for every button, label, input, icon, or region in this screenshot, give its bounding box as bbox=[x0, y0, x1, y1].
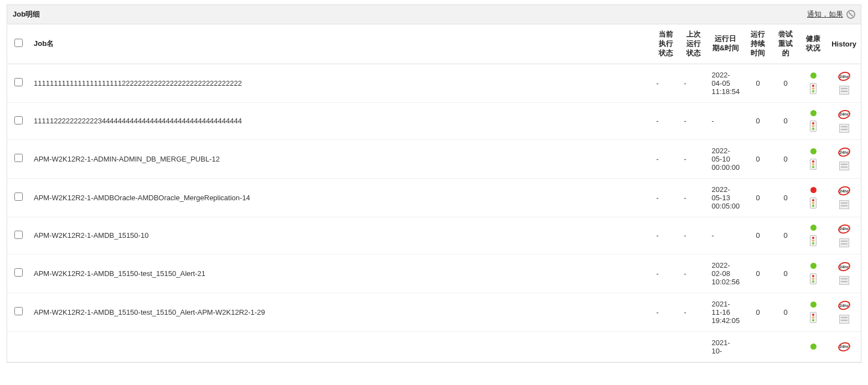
current-status-cell: - bbox=[652, 64, 680, 102]
last-status-cell: - bbox=[680, 64, 707, 102]
run-datetime-cell: 2022-02-08 10:02:56 bbox=[707, 254, 745, 293]
status-dot-green-icon[interactable] bbox=[810, 225, 817, 231]
history-cell: 24hr bbox=[827, 331, 861, 362]
table-body: 1111111111111111111111222222222222222222… bbox=[7, 64, 861, 362]
job-name-cell[interactable]: APM-W2K12R2-1-AMDB_15150-test_15150_Aler… bbox=[29, 254, 652, 293]
run-datetime-cell: 2021-11-16 19:42:05 bbox=[707, 293, 745, 331]
retries-cell: 0 bbox=[772, 64, 799, 102]
status-dot-green-icon[interactable] bbox=[810, 263, 817, 269]
badge-24hr-icon[interactable]: 24hr bbox=[838, 224, 850, 234]
status-dot-green-icon[interactable] bbox=[810, 110, 817, 116]
row-checkbox[interactable] bbox=[14, 116, 23, 124]
job-name-cell[interactable]: APM-W2K12R2-1-AMDB_15150-test_15150_Aler… bbox=[29, 293, 652, 331]
traffic-light-icon[interactable] bbox=[810, 197, 817, 209]
panel-title: Job明细 bbox=[13, 9, 40, 19]
status-dot-green-icon[interactable] bbox=[810, 344, 817, 350]
badge-24hr-icon[interactable]: 24hr bbox=[838, 342, 850, 352]
last-status-cell: - bbox=[680, 139, 707, 178]
badge-24hr-icon[interactable]: 24hr bbox=[838, 186, 850, 196]
traffic-light-icon[interactable] bbox=[810, 121, 817, 132]
current-status-cell: - bbox=[652, 178, 680, 217]
badge-24hr-icon[interactable]: 24hr bbox=[838, 262, 850, 272]
job-name-cell[interactable]: 1111111111111111111111222222222222222222… bbox=[29, 64, 652, 102]
row-checkbox[interactable] bbox=[14, 307, 23, 315]
col-history[interactable]: History bbox=[827, 24, 861, 64]
job-name-cell[interactable] bbox=[29, 331, 652, 362]
health-cell bbox=[799, 217, 827, 254]
job-name-cell[interactable]: APM-W2K12R2-1-AMDB_15150-10 bbox=[29, 217, 652, 254]
status-dot-red-icon[interactable] bbox=[810, 187, 817, 193]
duration-cell: 0 bbox=[744, 139, 772, 178]
current-status-cell: - bbox=[652, 139, 680, 178]
duration-cell: 0 bbox=[744, 293, 772, 331]
health-cell bbox=[799, 102, 827, 139]
col-health[interactable]: 健康状况 bbox=[799, 24, 827, 64]
status-dot-green-icon[interactable] bbox=[810, 148, 817, 154]
col-duration[interactable]: 运行持续时间 bbox=[744, 24, 772, 64]
row-checkbox[interactable] bbox=[14, 192, 23, 201]
status-dot-green-icon[interactable] bbox=[810, 301, 817, 308]
history-log-icon[interactable] bbox=[839, 124, 849, 133]
history-cell: 24hr bbox=[827, 139, 861, 178]
row-checkbox[interactable] bbox=[14, 154, 23, 162]
badge-24hr-icon[interactable]: 24hr bbox=[838, 71, 850, 81]
retries-cell: 0 bbox=[772, 293, 799, 331]
traffic-light-icon[interactable] bbox=[810, 312, 817, 323]
col-retries[interactable]: 尝试重试的 bbox=[772, 24, 799, 64]
table-row: APM-W2K12R2-1-AMDBOracle-AMDBOracle_Merg… bbox=[7, 178, 861, 217]
history-log-icon[interactable] bbox=[839, 200, 849, 209]
table-row: 1111122222222222344444444444444444444444… bbox=[7, 102, 861, 139]
row-checkbox[interactable] bbox=[14, 231, 23, 239]
row-checkbox[interactable] bbox=[14, 78, 23, 86]
health-cell bbox=[799, 331, 827, 362]
retries-cell: 0 bbox=[772, 254, 799, 293]
badge-24hr-icon[interactable]: 24hr bbox=[838, 110, 850, 119]
row-checkbox-cell bbox=[7, 331, 29, 362]
history-log-icon[interactable] bbox=[839, 315, 849, 324]
traffic-light-icon[interactable] bbox=[810, 83, 817, 94]
badge-24hr-icon[interactable]: 24hr bbox=[838, 300, 850, 310]
history-log-icon[interactable] bbox=[839, 238, 849, 247]
row-checkbox-cell bbox=[7, 64, 29, 102]
row-checkbox-cell bbox=[7, 178, 29, 217]
retries-cell: 0 bbox=[772, 139, 799, 178]
col-current-status[interactable]: 当前执行状态 bbox=[652, 24, 680, 64]
duration-cell: 0 bbox=[744, 64, 772, 102]
duration-cell bbox=[744, 331, 772, 362]
history-cell: 24hr bbox=[827, 102, 861, 139]
history-log-icon[interactable] bbox=[839, 162, 849, 170]
last-status-cell: - bbox=[680, 178, 707, 217]
notify-link[interactable]: 通知，如果 bbox=[807, 9, 843, 19]
current-status-cell: - bbox=[652, 293, 680, 331]
job-name-cell[interactable]: APM-W2K12R2-1-ADMIN-ADMIN_DB_MERGE_PUBL-… bbox=[29, 139, 652, 178]
table-row: 1111111111111111111111222222222222222222… bbox=[7, 64, 861, 102]
status-dot-green-icon[interactable] bbox=[810, 72, 817, 79]
job-name-cell[interactable]: 1111122222222222344444444444444444444444… bbox=[29, 102, 652, 139]
col-jobname[interactable]: Job名 bbox=[29, 24, 652, 64]
retries-cell: 0 bbox=[772, 178, 799, 217]
history-log-icon[interactable] bbox=[839, 276, 849, 285]
history-cell: 24hr bbox=[827, 64, 861, 102]
run-datetime-cell: - bbox=[707, 102, 745, 139]
run-datetime-cell: 2022-04-05 11:18:54 bbox=[707, 64, 745, 102]
traffic-light-icon[interactable] bbox=[810, 159, 817, 170]
history-log-icon[interactable] bbox=[839, 86, 849, 95]
job-name-cell[interactable]: APM-W2K12R2-1-AMDBOracle-AMDBOracle_Merg… bbox=[29, 178, 652, 217]
row-checkbox[interactable] bbox=[14, 268, 23, 277]
history-cell: 24hr bbox=[827, 254, 861, 293]
last-status-cell bbox=[680, 331, 707, 362]
history-cell: 24hr bbox=[827, 178, 861, 217]
col-last-status[interactable]: 上次运行状态 bbox=[680, 24, 707, 64]
last-status-cell: - bbox=[680, 102, 707, 139]
select-all-checkbox[interactable] bbox=[14, 39, 23, 47]
traffic-light-icon[interactable] bbox=[810, 273, 817, 284]
table-row: APM-W2K12R2-1-ADMIN-ADMIN_DB_MERGE_PUBL-… bbox=[7, 139, 861, 178]
disable-icon[interactable] bbox=[846, 10, 855, 19]
col-run-datetime[interactable]: 运行日期&时间 bbox=[707, 24, 745, 64]
traffic-light-icon[interactable] bbox=[810, 235, 817, 246]
badge-24hr-icon[interactable]: 24hr bbox=[838, 147, 850, 157]
table-row: APM-W2K12R2-1-AMDB_15150-10---0024hr bbox=[7, 217, 861, 254]
table-row: 2021-10-24hr bbox=[7, 331, 861, 362]
current-status-cell: - bbox=[652, 217, 680, 254]
current-status-cell bbox=[652, 331, 680, 362]
